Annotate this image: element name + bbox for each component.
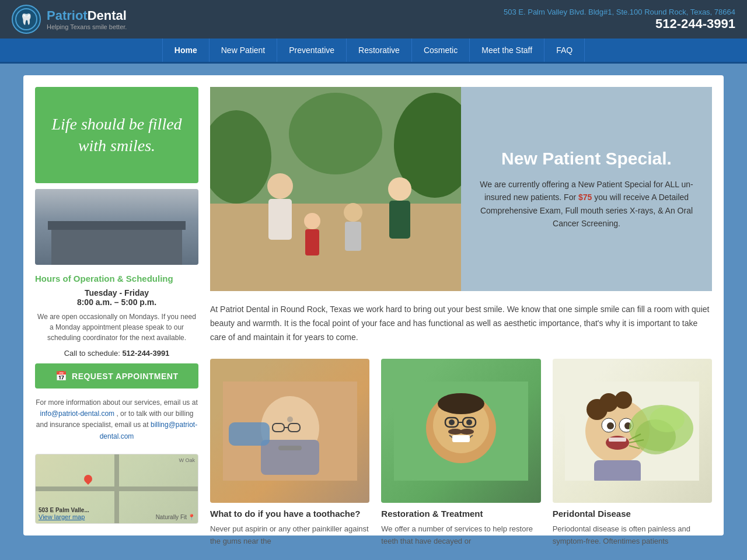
nps-title: New Patient Special. (501, 148, 672, 169)
svg-point-31 (449, 419, 455, 425)
svg-rect-8 (268, 199, 292, 240)
logo-area: 🦷 PatriotDental Helping Texans smile bet… (12, 5, 127, 34)
map-label-area: 503 E Palm Valle... View larger map (39, 507, 89, 520)
svg-rect-14 (305, 229, 319, 256)
card-periodontal-desc: Periodontal disease is often painless an… (553, 523, 712, 547)
header-address[interactable]: 503 E. Palm Valley Blvd. Bldg#1, Ste.100… (504, 8, 735, 16)
calendar-icon: 📅 (55, 370, 68, 382)
svg-point-40 (615, 391, 632, 409)
intro-text: At Patriot Dental in Round Rock, Texas w… (210, 303, 712, 344)
toothache-image (210, 359, 369, 503)
call-schedule: Call to schedule: 512-244-3991 (35, 349, 198, 358)
periodontal-image (553, 359, 712, 503)
svg-rect-53 (594, 460, 641, 481)
nav-home[interactable]: Home (162, 38, 210, 62)
logo-tagline: Helping Texans smile better. (47, 23, 127, 30)
hours-time: 8:00 a.m. – 5:00 p.m. (35, 298, 198, 307)
hours-note: We are open occasionally on Mondays. If … (35, 312, 198, 343)
nps-description: We are currently offering a New Patient … (476, 178, 697, 230)
nav-restorative[interactable]: Restorative (347, 38, 412, 62)
card-restoration: Restoration & Treatment We offer a numbe… (381, 359, 540, 503)
card-toothache-desc: Never put aspirin or any other painkille… (210, 523, 369, 547)
svg-point-43 (607, 422, 614, 429)
svg-text:🦷: 🦷 (20, 13, 33, 26)
svg-rect-10 (389, 201, 410, 239)
card-toothache: What to do if you have a toothache? Neve… (210, 359, 369, 503)
green-banner: Life should be filled with smiles. (35, 87, 198, 183)
map-container: W Oak 503 E Palm Valle... View larger ma… (35, 454, 198, 524)
content-grid: Life should be filled with smiles. Hours… (35, 87, 712, 524)
svg-rect-20 (278, 446, 302, 450)
email-info: For more information about our services,… (35, 397, 198, 442)
view-larger-map-link[interactable]: View larger map (39, 513, 85, 520)
call-label: Call to schedule: (64, 349, 120, 358)
svg-point-6 (289, 93, 382, 174)
header-contact: 503 E. Palm Valley Blvd. Bldg#1, Ste.100… (504, 7, 735, 32)
request-appointment-button[interactable]: 📅 REQUEST APPOINTMENT (35, 363, 198, 388)
header-phone[interactable]: 512-244-3991 (504, 16, 735, 32)
nav-new-patient[interactable]: New Patient (210, 38, 277, 62)
card-toothache-title: What to do if you have a toothache? (210, 509, 369, 519)
nav-bar: Home New Patient Preventative Restorativ… (0, 38, 747, 64)
restoration-image (381, 359, 540, 503)
header: 🦷 PatriotDental Helping Texans smile bet… (0, 0, 747, 38)
three-col-section: What to do if you have a toothache? Neve… (210, 359, 712, 503)
card-periodontal-title: Peridontal Disease (553, 509, 712, 519)
svg-point-27 (438, 393, 484, 414)
logo-part1: Patriot (47, 8, 88, 23)
main-content: New Patient Special. We are currently of… (210, 87, 712, 524)
logo-part2: Dental (88, 8, 127, 23)
hero-area: New Patient Special. We are currently of… (210, 87, 712, 291)
building-image (35, 189, 198, 265)
card-periodontal: Peridontal Disease Periodontal disease i… (553, 359, 712, 503)
svg-point-19 (287, 416, 293, 422)
sidebar: Life should be filled with smiles. Hours… (35, 87, 198, 524)
request-btn-label: REQUEST APPOINTMENT (72, 372, 178, 381)
svg-point-49 (650, 407, 685, 432)
location-pin-icon: 📍 (188, 514, 195, 520)
svg-rect-17 (261, 440, 319, 475)
new-patient-special: New Patient Special. We are currently of… (461, 87, 712, 291)
family-photo (210, 87, 461, 291)
hero-family-image (210, 87, 461, 291)
svg-point-7 (267, 173, 293, 199)
nav-preventative[interactable]: Preventative (277, 38, 347, 62)
call-phone[interactable]: 512-244-3991 (122, 349, 169, 358)
map-pin-label: Naturally Fit 📍 (156, 514, 195, 520)
svg-point-35 (460, 429, 474, 435)
email1-link[interactable]: info@patriot-dental.com (40, 410, 115, 418)
hours-title: Hours of Operation & Scheduling (35, 274, 198, 284)
svg-rect-12 (345, 222, 361, 251)
card-restoration-title: Restoration & Treatment (381, 509, 540, 519)
svg-rect-46 (609, 438, 626, 442)
banner-text: Life should be filled with smiles. (47, 114, 187, 156)
svg-rect-3 (210, 204, 461, 291)
hours-section: Hours of Operation & Scheduling Tuesday … (35, 271, 198, 445)
nav-faq[interactable]: FAQ (544, 38, 585, 62)
card-restoration-desc: We offer a number of services to help re… (381, 523, 540, 547)
map-pin-text: Naturally Fit (156, 514, 187, 520)
hours-days: Tuesday - Friday (35, 288, 198, 298)
svg-point-13 (304, 213, 320, 229)
main-wrapper: Life should be filled with smiles. Hours… (23, 75, 724, 536)
map-watermark: W Oak (179, 457, 195, 463)
svg-rect-18 (229, 422, 270, 446)
logo-icon: 🦷 (12, 5, 41, 34)
svg-point-9 (388, 177, 411, 201)
map-marker (82, 473, 94, 485)
svg-point-11 (344, 203, 362, 222)
nps-price: $75 (578, 192, 592, 202)
map-address: 503 E Palm Valle... (39, 507, 89, 513)
nav-cosmetic[interactable]: Cosmetic (412, 38, 470, 62)
logo-brand: PatriotDental (47, 8, 127, 23)
svg-rect-33 (452, 435, 470, 442)
svg-point-32 (466, 419, 472, 425)
email-info-text: For more information about our services,… (36, 398, 197, 407)
map-road-vertical (114, 454, 119, 523)
nav-meet-staff[interactable]: Meet the Staff (470, 38, 544, 62)
logo-text: PatriotDental Helping Texans smile bette… (47, 8, 127, 30)
